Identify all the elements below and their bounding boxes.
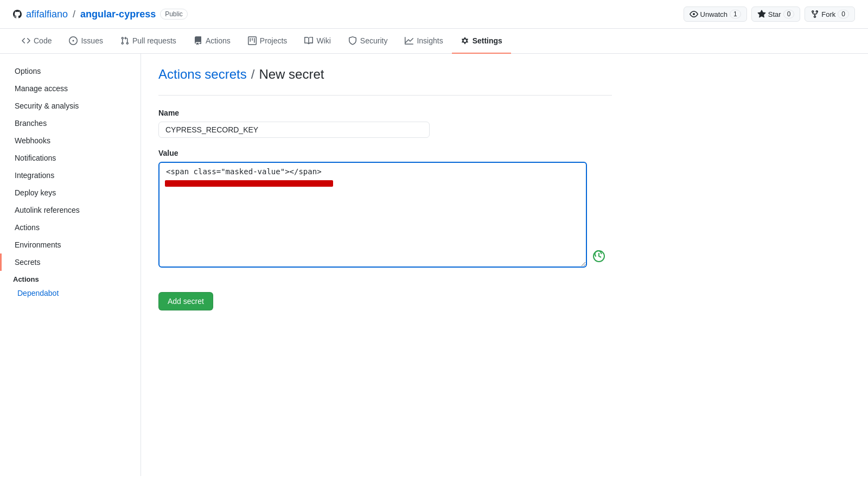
tab-security[interactable]: Security xyxy=(340,29,397,54)
repo-name[interactable]: angular-cypress xyxy=(80,9,156,20)
tab-pullrequests[interactable]: Pull requests xyxy=(112,29,185,54)
issues-icon xyxy=(69,36,78,45)
repo-identity: afifalfiano / angular-cypress Public xyxy=(13,9,188,20)
fork-button[interactable]: Fork 0 xyxy=(805,7,855,22)
settings-icon xyxy=(461,36,469,45)
visibility-badge: Public xyxy=(160,9,188,20)
sidebar-item-autolink[interactable]: Autolink references xyxy=(0,201,141,219)
sidebar-item-branches[interactable]: Branches xyxy=(0,115,141,132)
sidebar-item-webhooks[interactable]: Webhooks xyxy=(0,132,141,149)
name-label: Name xyxy=(158,109,612,117)
pr-icon xyxy=(120,36,129,45)
value-field-group: Value <span class="masked-value"></span> xyxy=(158,149,612,269)
code-icon xyxy=(22,36,30,45)
value-label: Value xyxy=(158,149,612,157)
unwatch-button[interactable]: Unwatch 1 xyxy=(684,7,747,22)
sidebar-item-environments[interactable]: Environments xyxy=(0,236,141,253)
sidebar-sub-dependabot[interactable]: Dependabot xyxy=(0,286,141,301)
sidebar-section-actions: Actions xyxy=(0,271,141,286)
tab-issues[interactable]: Issues xyxy=(60,29,111,54)
breadcrumb-separator: / xyxy=(251,67,255,82)
sidebar-item-deploy-keys[interactable]: Deploy keys xyxy=(0,184,141,201)
page-title: New secret xyxy=(259,67,324,82)
breadcrumb-link[interactable]: Actions secrets xyxy=(158,67,247,82)
name-input[interactable] xyxy=(158,122,430,138)
main-layout: Options Manage access Security & analysi… xyxy=(0,54,868,476)
sidebar-item-integrations[interactable]: Integrations xyxy=(0,167,141,184)
nav-tabs: Code Issues Pull requests Actions Projec… xyxy=(0,29,868,54)
projects-icon xyxy=(248,36,257,45)
repo-owner[interactable]: afifalfiano xyxy=(26,9,68,20)
sidebar: Options Manage access Security & analysi… xyxy=(0,54,141,476)
top-bar-actions: Unwatch 1 Star 0 Fork 0 xyxy=(684,7,855,22)
name-field-group: Name xyxy=(158,109,612,138)
tab-wiki[interactable]: Wiki xyxy=(296,29,339,54)
sidebar-item-actions[interactable]: Actions xyxy=(0,219,141,236)
sidebar-item-secrets[interactable]: Secrets xyxy=(0,253,141,271)
content-area: Actions secrets / New secret Name Value … xyxy=(141,54,629,476)
security-icon xyxy=(348,36,357,45)
star-button[interactable]: Star 0 xyxy=(751,7,801,22)
sidebar-item-manage-access[interactable]: Manage access xyxy=(0,80,141,97)
top-bar: afifalfiano / angular-cypress Public Unw… xyxy=(0,0,868,29)
insights-icon xyxy=(405,36,413,45)
tab-code[interactable]: Code xyxy=(13,29,60,54)
wiki-icon xyxy=(304,36,313,45)
divider xyxy=(158,95,612,96)
fork-icon xyxy=(810,10,819,18)
sidebar-item-notifications[interactable]: Notifications xyxy=(0,149,141,167)
star-icon xyxy=(757,10,766,18)
sidebar-item-options[interactable]: Options xyxy=(0,62,141,80)
eye-icon xyxy=(690,10,698,18)
value-textarea[interactable]: <span class="masked-value"></span> xyxy=(158,162,587,268)
github-icon xyxy=(13,10,22,18)
sidebar-item-security-analysis[interactable]: Security & analysis xyxy=(0,97,141,115)
tab-actions[interactable]: Actions xyxy=(185,29,239,54)
actions-icon xyxy=(194,36,202,45)
tab-settings[interactable]: Settings xyxy=(452,29,511,54)
tab-projects[interactable]: Projects xyxy=(239,29,296,54)
refresh-icon[interactable] xyxy=(592,250,605,263)
value-textarea-wrapper: <span class="masked-value"></span> xyxy=(158,162,612,269)
page-heading: Actions secrets / New secret xyxy=(158,67,612,82)
add-secret-button[interactable]: Add secret xyxy=(158,292,213,310)
tab-insights[interactable]: Insights xyxy=(396,29,451,54)
